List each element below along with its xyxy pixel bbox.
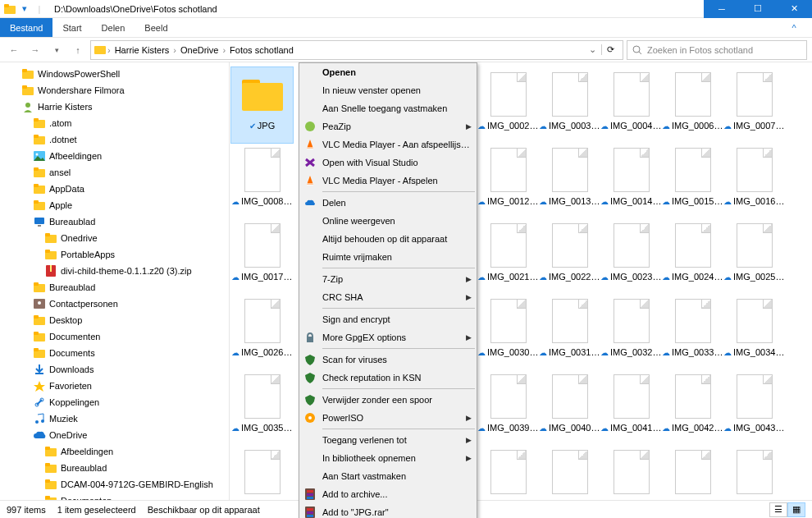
file-item[interactable]: ☁IMG_0016.CR2 bbox=[723, 143, 785, 218]
tree-item[interactable]: Bureaublad bbox=[0, 213, 229, 230]
tree-item[interactable]: .dotnet bbox=[0, 131, 229, 148]
breadcrumb[interactable]: › Harrie Kisters › OneDrive › Fotos scho… bbox=[90, 40, 623, 60]
menu-item[interactable]: Openen bbox=[299, 63, 477, 81]
file-item[interactable]: ☁IMG_0006.CR2 bbox=[662, 67, 723, 143]
qat-dropdown-icon[interactable]: ▾ bbox=[18, 2, 31, 16]
file-item[interactable]: ☁IMG_0039.CR2 bbox=[477, 369, 539, 445]
file-item[interactable]: ☁IMG_0040.CR2 bbox=[539, 369, 600, 445]
file-item[interactable]: ☁IMG_0032.CR2 bbox=[600, 294, 662, 369]
menu-item[interactable]: Online weergeven bbox=[299, 212, 477, 230]
breadcrumb-segment[interactable]: Harrie Kisters bbox=[112, 45, 172, 55]
search-input[interactable]: Zoeken in Fotos schotland bbox=[627, 40, 807, 60]
close-button[interactable]: ✕ bbox=[776, 0, 812, 18]
tree-item[interactable]: AppData bbox=[0, 181, 229, 197]
nav-up-button[interactable]: ↑ bbox=[69, 41, 87, 59]
file-item[interactable]: ☁IMG_0049.CR2 bbox=[539, 445, 600, 506]
menu-item[interactable]: 7-Zip▶ bbox=[299, 270, 477, 288]
menu-item[interactable]: Delen bbox=[299, 194, 477, 212]
ribbon-help-icon[interactable]: ^ bbox=[776, 18, 812, 37]
menu-item[interactable]: CRC SHA▶ bbox=[299, 288, 477, 306]
tree-item[interactable]: Contactpersonen bbox=[0, 296, 229, 312]
file-item[interactable]: ☁IMG_0034.CR2 bbox=[723, 294, 785, 369]
nav-tree[interactable]: WindowsPowerShellWondershare FilmoraHarr… bbox=[0, 62, 230, 506]
tree-item[interactable]: Afbeeldingen bbox=[0, 443, 229, 460]
file-item[interactable]: ☁IMG_0051.CR2 bbox=[662, 445, 723, 506]
menu-item[interactable]: PowerISO▶ bbox=[299, 409, 477, 427]
menu-item[interactable]: Add to archive... bbox=[299, 485, 477, 503]
view-details-button[interactable]: ☰ bbox=[769, 502, 787, 517]
file-item[interactable]: ☁IMG_0024.CR2 bbox=[662, 218, 723, 294]
file-item[interactable]: ☁IMG_0048.CR2 bbox=[477, 445, 539, 506]
file-item[interactable]: ☁IMG_0022.CR2 bbox=[539, 218, 600, 294]
tree-item[interactable]: Wondershare Filmora bbox=[0, 82, 229, 99]
tree-item[interactable]: Documents bbox=[0, 345, 229, 361]
breadcrumb-segment[interactable]: Fotos schotland bbox=[227, 45, 296, 55]
menu-item[interactable]: Aan Start vastmaken bbox=[299, 467, 477, 485]
menu-item[interactable]: Toegang verlenen tot▶ bbox=[299, 431, 477, 449]
tree-item[interactable]: Afbeeldingen bbox=[0, 148, 229, 164]
ribbon-tab-beeld[interactable]: Beeld bbox=[135, 18, 177, 37]
file-item[interactable]: ☁IMG_0023.CR2 bbox=[600, 218, 662, 294]
chevron-right-icon[interactable]: › bbox=[173, 45, 176, 55]
file-item[interactable]: ☁IMG_0031.CR2 bbox=[539, 294, 600, 369]
tree-item[interactable]: Muziek bbox=[0, 410, 229, 427]
tree-item[interactable]: Downloads bbox=[0, 361, 229, 378]
menu-item[interactable]: PeaZip▶ bbox=[299, 117, 477, 135]
nav-forward-button[interactable]: → bbox=[26, 41, 44, 59]
file-item[interactable]: ☁IMG_0012.CR2 bbox=[477, 143, 539, 218]
file-item[interactable]: ☁IMG_0013.CR2 bbox=[539, 143, 600, 218]
chevron-right-icon[interactable]: › bbox=[107, 45, 111, 55]
menu-item[interactable]: Verwijder zonder een spoor bbox=[299, 391, 477, 409]
file-item[interactable]: ☁IMG_0044.CR2 bbox=[231, 445, 293, 506]
tree-item[interactable]: PortableApps bbox=[0, 246, 229, 263]
file-item[interactable]: ☁IMG_0015.CR2 bbox=[662, 143, 723, 218]
tree-item[interactable]: .atom bbox=[0, 115, 229, 131]
breadcrumb-dropdown[interactable]: ⌄ bbox=[586, 44, 600, 55]
tree-item[interactable]: divi-child-theme-0.1.1.z20 (3).zip bbox=[0, 263, 229, 279]
file-item[interactable]: ☁IMG_0035.CR2 bbox=[231, 369, 293, 445]
tree-item[interactable]: Bureaublad bbox=[0, 460, 229, 476]
menu-item[interactable]: Open with Visual Studio bbox=[299, 154, 477, 172]
file-item[interactable]: ☁IMG_0017.CR2 bbox=[231, 218, 293, 294]
menu-item[interactable]: In nieuw venster openen bbox=[299, 81, 477, 99]
file-item[interactable]: ☁IMG_0050.CR2 bbox=[600, 445, 662, 506]
file-item[interactable]: ☁IMG_0026.CR2 bbox=[231, 294, 293, 369]
file-item[interactable]: ☁IMG_0014.CR2 bbox=[600, 143, 662, 218]
maximize-button[interactable]: ☐ bbox=[740, 0, 776, 18]
context-menu[interactable]: OpenenIn nieuw venster openenAan Snelle … bbox=[299, 62, 477, 518]
menu-item[interactable]: Add to "JPG.rar" bbox=[299, 503, 477, 518]
menu-item[interactable]: In bibliotheek opnemen▶ bbox=[299, 449, 477, 467]
ribbon-tab-delen[interactable]: Delen bbox=[92, 18, 135, 37]
file-item[interactable]: ☁IMG_0052.CR2 bbox=[723, 445, 785, 506]
menu-item[interactable]: Sign and encrypt bbox=[299, 310, 477, 328]
minimize-button[interactable]: ─ bbox=[704, 0, 740, 18]
menu-item[interactable]: More GpgEX options▶ bbox=[299, 328, 477, 346]
file-item[interactable]: ☁IMG_0004.CR2 bbox=[600, 67, 662, 143]
file-item[interactable]: ☁IMG_0007.CR2 bbox=[723, 67, 785, 143]
refresh-button[interactable]: ⟳ bbox=[601, 44, 619, 55]
chevron-right-icon[interactable]: › bbox=[222, 45, 226, 55]
menu-item[interactable]: Altijd behouden op dit apparaat bbox=[299, 230, 477, 248]
menu-item[interactable]: VLC Media Player - Aan afspeellijst toev… bbox=[299, 135, 477, 154]
file-item[interactable]: ☁IMG_0042.CR2 bbox=[662, 369, 723, 445]
tree-item[interactable]: DCAM-004-9712G-GEMBIRD-English bbox=[0, 476, 229, 493]
tree-item[interactable]: Desktop bbox=[0, 312, 229, 328]
tree-item[interactable]: Bureaublad bbox=[0, 279, 229, 296]
menu-item[interactable]: Scan for viruses bbox=[299, 351, 477, 369]
tree-item[interactable]: Koppelingen bbox=[0, 394, 229, 410]
file-item[interactable]: ☁IMG_0043.CR2 bbox=[723, 369, 785, 445]
file-item[interactable]: ☁IMG_0003.CR2 bbox=[539, 67, 600, 143]
menu-item[interactable]: Check reputation in KSN bbox=[299, 369, 477, 387]
tree-item[interactable]: WindowsPowerShell bbox=[0, 66, 229, 82]
nav-recent-dropdown[interactable]: ▾ bbox=[48, 41, 66, 59]
file-item[interactable]: ☁IMG_0021.CR2 bbox=[477, 218, 539, 294]
tree-item[interactable]: Documenten bbox=[0, 328, 229, 345]
nav-back-button[interactable]: ← bbox=[5, 41, 23, 59]
file-item[interactable]: ☁IMG_0041.CR2 bbox=[600, 369, 662, 445]
tree-item[interactable]: Harrie Kisters bbox=[0, 99, 229, 115]
ribbon-tab-start[interactable]: Start bbox=[52, 18, 91, 37]
breadcrumb-segment[interactable]: OneDrive bbox=[178, 45, 221, 55]
folder-item-jpg[interactable]: ✔ JPG bbox=[231, 67, 293, 143]
tree-item[interactable]: Favorieten bbox=[0, 378, 229, 394]
menu-item[interactable]: Aan Snelle toegang vastmaken bbox=[299, 99, 477, 117]
